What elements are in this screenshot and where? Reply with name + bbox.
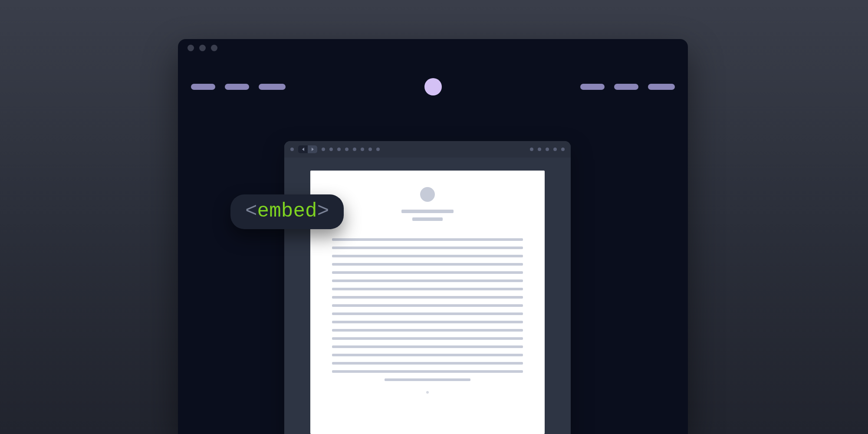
toolbar-dot-icon	[368, 148, 372, 151]
toolbar-dot-icon	[329, 148, 333, 151]
toolbar-dot-icon	[561, 148, 565, 151]
toolbar-dot-icon	[530, 148, 533, 151]
chevron-right-icon	[312, 148, 314, 151]
toolbar-dot-icon	[361, 148, 364, 151]
toolbar-dot-icon	[553, 148, 557, 151]
toolbar-dot-icon	[353, 148, 356, 151]
code-close-bracket: >	[317, 200, 329, 223]
document-body	[332, 238, 523, 387]
window-maximize-icon[interactable]	[211, 45, 217, 51]
document-title-placeholder	[401, 210, 454, 213]
text-line-placeholder	[332, 329, 523, 332]
text-line-placeholder	[332, 255, 523, 257]
embed-tag-label: <embed>	[230, 194, 344, 229]
code-tag-name: embed	[257, 200, 317, 223]
outer-titlebar	[178, 39, 688, 56]
toolbar-dot-icon	[546, 148, 549, 151]
text-line-placeholder	[332, 247, 523, 249]
nav-link-placeholder[interactable]	[191, 84, 215, 90]
nav-link-placeholder[interactable]	[648, 84, 675, 90]
text-line-placeholder	[332, 362, 523, 365]
toolbar-dot-icon	[290, 148, 294, 151]
text-line-placeholder	[332, 288, 523, 290]
embedded-browser-window	[284, 141, 571, 434]
toolbar-dot-icon	[337, 148, 341, 151]
text-line-placeholder	[385, 378, 470, 381]
logo-icon	[424, 78, 442, 95]
outer-browser-window	[178, 39, 688, 434]
nav-back-forward	[298, 145, 317, 153]
toolbar-dot-icon	[322, 148, 325, 151]
text-line-placeholder	[332, 238, 523, 241]
text-line-placeholder	[332, 354, 523, 356]
toolbar-dot-icon	[345, 148, 349, 151]
document-subtitle-placeholder	[412, 217, 443, 221]
toolbar-dot-icon	[538, 148, 541, 151]
text-line-placeholder	[332, 337, 523, 340]
toolbar-dot-icon	[376, 148, 380, 151]
text-line-placeholder	[332, 370, 523, 373]
nav-link-placeholder[interactable]	[225, 84, 249, 90]
text-line-placeholder	[332, 321, 523, 323]
document-avatar-icon	[420, 187, 435, 202]
text-line-placeholder	[332, 312, 523, 315]
text-line-placeholder	[332, 279, 523, 282]
outer-nav-bar	[178, 56, 688, 95]
code-open-bracket: <	[245, 200, 257, 223]
embedded-document	[310, 171, 545, 434]
embedded-toolbar	[284, 141, 571, 158]
text-line-placeholder	[332, 263, 523, 266]
nav-link-placeholder[interactable]	[614, 84, 638, 90]
document-footer-dot-icon	[426, 391, 429, 394]
forward-button[interactable]	[308, 145, 317, 153]
text-line-placeholder	[332, 304, 523, 307]
nav-right-group	[580, 84, 675, 90]
text-line-placeholder	[332, 296, 523, 299]
text-line-placeholder	[332, 271, 523, 274]
nav-link-placeholder[interactable]	[259, 84, 286, 90]
text-line-placeholder	[332, 345, 523, 348]
window-minimize-icon[interactable]	[199, 45, 206, 51]
chevron-left-icon	[302, 148, 304, 151]
nav-link-placeholder[interactable]	[580, 84, 605, 90]
nav-left-group	[191, 84, 286, 90]
back-button[interactable]	[298, 145, 308, 153]
window-close-icon[interactable]	[187, 45, 194, 51]
